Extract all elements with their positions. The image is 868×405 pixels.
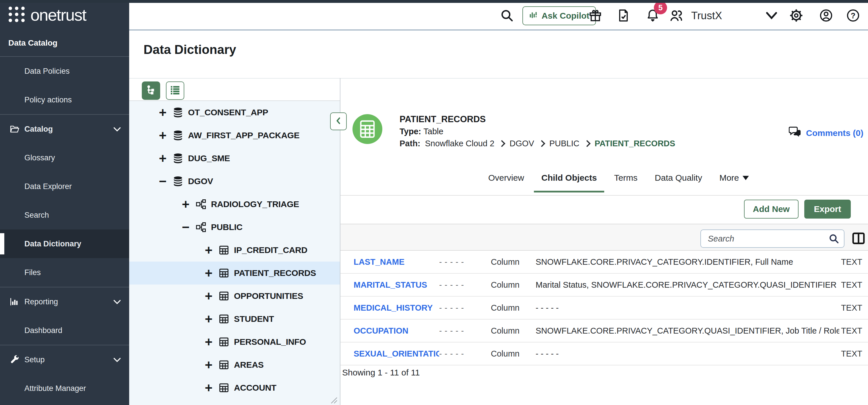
tree-node-aw-first-app-package[interactable]: +AW_FIRST_APP_PACKAGE	[129, 124, 340, 147]
sidebar-item-reporting[interactable]: Reporting	[0, 288, 129, 316]
svg-text:?: ?	[851, 11, 856, 20]
tree-node-ip-credit-card[interactable]: +IP_CREDIT_CARD	[129, 239, 340, 262]
database-icon	[173, 130, 183, 141]
column-data-type: TEXT	[839, 349, 868, 359]
database-icon	[173, 153, 183, 164]
column-name-link[interactable]: LAST_NAME	[340, 257, 439, 267]
tab-overview[interactable]: Overview	[481, 173, 532, 193]
search-input[interactable]	[701, 230, 844, 248]
sidebar-item-attribute-manager[interactable]: Attribute Manager	[0, 374, 129, 403]
sidebar-item-files[interactable]: Files	[0, 258, 129, 287]
sidebar-item-label: Data Policies	[24, 67, 70, 76]
task-document-icon[interactable]	[617, 9, 630, 22]
tab-child-objects[interactable]: Child Objects	[534, 173, 604, 193]
sidebar-item-setup[interactable]: Setup	[0, 345, 129, 374]
breadcrumb-dgov[interactable]: DGOV	[509, 139, 534, 148]
expand-node-icon[interactable]: +	[203, 267, 215, 279]
org-switcher-label[interactable]: TrustX	[691, 10, 722, 22]
column-name-link[interactable]: SEXUAL_ORIENTATION	[340, 349, 439, 359]
export-button[interactable]: Export	[804, 200, 851, 218]
sidebar-item-data-explorer[interactable]: Data Explorer	[0, 172, 129, 201]
expand-node-icon[interactable]: +	[156, 152, 169, 165]
expand-node-icon[interactable]: +	[203, 381, 215, 394]
tree-node-label[interactable]: PATIENT_RECORDS	[234, 268, 316, 278]
tab-more[interactable]: More	[712, 173, 756, 193]
tree-node-public[interactable]: −PUBLIC	[129, 216, 340, 239]
tree-node-label[interactable]: DGOV	[188, 176, 213, 186]
onetrust-logo[interactable]: onetrust	[30, 6, 86, 24]
sidebar: onetrust Data Catalog Data PoliciesPolic…	[0, 0, 129, 405]
tree-node-personal-info[interactable]: +PERSONAL_INFO	[129, 330, 340, 353]
breadcrumb-snowflake-cloud-2[interactable]: Snowflake Cloud 2	[425, 139, 495, 148]
sidebar-item-catalog[interactable]: Catalog	[0, 115, 129, 143]
comments-link[interactable]: Comments (0)	[789, 126, 863, 140]
tree-node-label[interactable]: AW_FIRST_APP_PACKAGE	[188, 131, 300, 140]
tree-node-label[interactable]: PERSONAL_INFO	[234, 337, 306, 347]
column-name-link[interactable]: MARITAL_STATUS	[340, 280, 439, 290]
tree-node-dug-sme[interactable]: +DUG_SME	[129, 147, 340, 170]
sidebar-item-data-dictionary[interactable]: Data Dictionary	[0, 230, 129, 258]
tree-node-label[interactable]: AREAS	[234, 360, 264, 370]
expand-node-icon[interactable]: +	[203, 336, 215, 348]
users-icon[interactable]	[670, 9, 683, 22]
expand-node-icon[interactable]: +	[156, 129, 169, 142]
tab-terms[interactable]: Terms	[607, 173, 645, 193]
sidebar-item-dashboard[interactable]: Dashboard	[0, 316, 129, 345]
column-name-link[interactable]: OCCUPATION	[340, 326, 439, 336]
gift-icon[interactable]	[588, 9, 602, 22]
column-object-type: Column	[491, 326, 536, 336]
tree-node-dgov[interactable]: −DGOV	[129, 170, 340, 193]
column-chooser-icon[interactable]	[851, 231, 866, 245]
chevron-down-icon[interactable]	[765, 9, 778, 22]
search-wrap	[701, 230, 844, 248]
search-icon[interactable]	[500, 9, 514, 22]
tab-data-quality[interactable]: Data Quality	[647, 173, 710, 193]
tree-node-patient-records[interactable]: +PATIENT_RECORDS	[129, 262, 340, 284]
help-icon[interactable]: ?	[846, 9, 860, 22]
breadcrumb-public[interactable]: PUBLIC	[549, 139, 580, 148]
tree-node-radiology-triage[interactable]: +RADIOLOGY_TRIAGE	[129, 193, 340, 216]
tree-view-toggle-button[interactable]	[142, 81, 160, 100]
tree-node-label[interactable]: DUG_SME	[188, 154, 230, 163]
tree-node-label[interactable]: IP_CREDIT_CARD	[234, 245, 307, 255]
settings-gear-icon[interactable]	[789, 9, 803, 22]
collapse-node-icon[interactable]: −	[179, 221, 192, 234]
tree-node-label[interactable]: OPPORTUNITIES	[234, 291, 303, 301]
collapse-node-icon[interactable]: −	[156, 175, 169, 188]
tree-node-opportunities[interactable]: +OPPORTUNITIES	[129, 284, 340, 307]
tree-node-account[interactable]: +ACCOUNT	[129, 376, 340, 399]
panel-resize-handle[interactable]	[329, 395, 338, 404]
expand-node-icon[interactable]: +	[203, 313, 215, 325]
collapse-panel-button[interactable]	[330, 112, 347, 130]
app-launcher-grid-icon[interactable]	[8, 6, 25, 24]
tree-node-label[interactable]: PUBLIC	[211, 222, 243, 232]
sidebar-item-policy-actions[interactable]: Policy actions	[0, 86, 129, 114]
tree-node-areas[interactable]: +AREAS	[129, 353, 340, 376]
search-icon[interactable]	[828, 233, 839, 244]
tree-node-label[interactable]: STUDENT	[234, 314, 274, 324]
object-title: PATIENT_RECORDS	[400, 114, 486, 125]
sidebar-item-glossary[interactable]: Glossary	[0, 143, 129, 172]
tree-node-label[interactable]: ACCOUNT	[234, 383, 276, 393]
sidebar-item-label: Policy actions	[24, 96, 72, 104]
child-objects-table: LAST_NAME- - - - -ColumnSNOWFLAKE.CORE.P…	[340, 251, 868, 365]
tree-node-student[interactable]: +STUDENT	[129, 307, 340, 330]
add-new-button[interactable]: Add New	[744, 200, 799, 218]
notification-badge: 5	[654, 1, 667, 14]
expand-node-icon[interactable]: +	[203, 359, 215, 371]
sidebar-item-search[interactable]: Search	[0, 201, 129, 230]
column-name-link[interactable]: MEDICAL_HISTORY	[340, 303, 439, 313]
expand-node-icon[interactable]: +	[179, 198, 192, 210]
expand-node-icon[interactable]: +	[203, 290, 215, 302]
list-view-toggle-button[interactable]	[166, 81, 184, 100]
account-icon[interactable]	[819, 9, 833, 22]
tree-node-label[interactable]: RADIOLOGY_TRIAGE	[211, 199, 299, 209]
expand-node-icon[interactable]: +	[203, 244, 215, 257]
expand-node-icon[interactable]: +	[156, 106, 169, 119]
ask-copilot-button[interactable]: Ask Copilot	[522, 6, 596, 25]
sidebar-item-data-policies[interactable]: Data Policies	[0, 57, 129, 86]
tree-node-label[interactable]: OT_CONSENT_APP	[188, 107, 268, 117]
schema-icon	[195, 199, 206, 210]
tree-node-ot-consent-app[interactable]: +OT_CONSENT_APP	[129, 101, 340, 124]
column-description: - - - - -	[536, 349, 839, 359]
